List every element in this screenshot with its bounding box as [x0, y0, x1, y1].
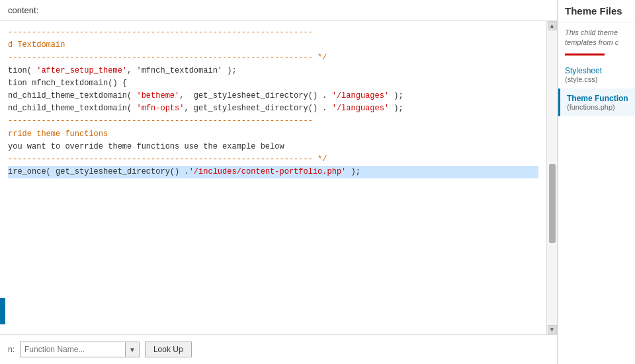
- sidebar-underline: [565, 54, 605, 55]
- code-line: d Textdomain: [8, 39, 538, 52]
- code-content: ----------------------------------------…: [0, 21, 546, 184]
- code-line: ire_once( get_stylesheet_directory() .'/…: [8, 166, 538, 178]
- code-line: ----------------------------------------…: [8, 26, 538, 39]
- theme-files-sidebar: Theme Files This child theme templates f…: [558, 0, 635, 364]
- function-input-dropdown[interactable]: ▼: [126, 342, 140, 357]
- editor-wrapper: ----------------------------------------…: [0, 21, 557, 334]
- scroll-up-arrow[interactable]: ▲: [548, 21, 557, 30]
- functions-subtitle: (functions.php): [567, 103, 628, 111]
- sidebar-description: This child theme templates from c: [558, 22, 635, 54]
- code-line: nd_child_theme_textdomain( 'betheme', ge…: [8, 90, 538, 102]
- sidebar-item-functions[interactable]: Theme Function (functions.php): [558, 89, 635, 116]
- code-line: ----------------------------------------…: [8, 153, 538, 166]
- code-line: ----------------------------------------…: [8, 115, 538, 127]
- sidebar-item-stylesheet[interactable]: Stylesheet (style.css): [558, 61, 635, 89]
- header-label: content:: [8, 5, 38, 15]
- scrollbar: ▲ ▼: [546, 21, 557, 334]
- blue-side-button[interactable]: [0, 298, 5, 324]
- code-line: rride theme functions: [8, 128, 538, 141]
- code-line: you want to override theme functions use…: [8, 141, 538, 153]
- function-name-input[interactable]: [20, 342, 126, 357]
- stylesheet-subtitle: (style.css): [565, 75, 628, 83]
- editor-footer: n: ▼ Look Up: [0, 334, 557, 364]
- code-line: tion mfnch_textdomain() {: [8, 77, 538, 90]
- code-editor[interactable]: ----------------------------------------…: [0, 21, 546, 334]
- editor-header: content:: [0, 0, 557, 21]
- functions-title: Theme Function: [567, 94, 628, 103]
- scrollbar-track[interactable]: [548, 32, 556, 324]
- lookup-button[interactable]: Look Up: [145, 342, 192, 357]
- code-line: nd_child_theme_textdomain( 'mfn-opts', g…: [8, 102, 538, 115]
- function-input-wrap: ▼: [20, 342, 140, 357]
- footer-label: n:: [8, 345, 15, 354]
- code-line: tion( 'after_setup_theme', 'mfnch_textdo…: [8, 65, 538, 77]
- code-line: ----------------------------------------…: [8, 52, 538, 64]
- main-editor-area: content: -------------------------------…: [0, 0, 558, 364]
- sidebar-title: Theme Files: [558, 0, 635, 22]
- stylesheet-title: Stylesheet: [565, 66, 628, 75]
- scrollbar-thumb[interactable]: [549, 164, 556, 243]
- scroll-down-arrow[interactable]: ▼: [548, 325, 557, 334]
